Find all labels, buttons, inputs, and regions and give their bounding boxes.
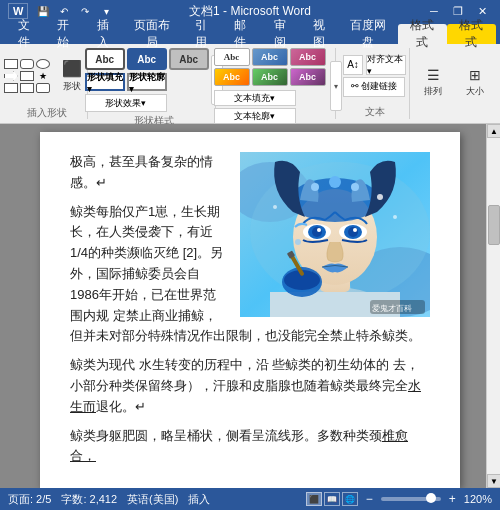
document-page: 爱鬼才百科 极高，甚至具备复杂的情感。↵ 鲸类每胎仅产1崽，生长期长，在人类侵袭…	[40, 132, 460, 488]
shape-grid-icon: ⬛	[62, 59, 82, 78]
zoom-out-btn[interactable]: −	[366, 492, 373, 506]
shape-triangle	[20, 71, 34, 81]
tab-baidu[interactable]: 百度网盘	[339, 24, 398, 44]
text-outline-btn[interactable]: 文本轮廓▾	[214, 108, 296, 124]
shapes-group-label: 插入形状	[27, 106, 67, 120]
arrange-btn[interactable]: ☰ 排列	[414, 58, 452, 108]
shape-effect-btn[interactable]: 形状效果▾	[85, 94, 167, 112]
scroll-down-btn[interactable]: ▼	[487, 474, 500, 488]
text-buttons: A↕ 对齐文本▾ ⚯ 创建链接	[343, 55, 406, 97]
word-count: 字数: 2,412	[61, 492, 117, 507]
language-status: 英语(美国)	[127, 492, 178, 507]
tab-references[interactable]: 引用	[181, 24, 220, 44]
tab-home[interactable]: 开始	[43, 24, 82, 44]
scroll-up-btn[interactable]: ▲	[487, 124, 500, 138]
document-image[interactable]: 爱鬼才百科	[240, 152, 430, 317]
shape-style-row: Abc Abc Abc 形状填充▾ 形状轮廓▾ 形状效果▾ ▾	[85, 48, 223, 112]
ribbon-group-text: A↕ 对齐文本▾ ⚯ 创建链接 文本	[340, 48, 410, 119]
art-style-6[interactable]: Abc	[290, 68, 326, 86]
ribbon-group-shape-styles: Abc Abc Abc 形状填充▾ 形状轮廓▾ 形状效果▾ ▾ 形状样式	[92, 48, 216, 119]
ribbon-tabs: 文件 开始 插入 页面布局 引用 邮件 审阅 视图 百度网盘 格式式 格式式	[0, 22, 500, 44]
tab-format1[interactable]: 格式式	[398, 24, 447, 44]
tab-mailings[interactable]: 邮件	[221, 24, 260, 44]
art-style-5[interactable]: Abc	[252, 68, 288, 86]
ribbon: ★ ⬛ 形状 插入形状 Abc Abc	[0, 44, 500, 124]
tab-file[interactable]: 文件	[4, 24, 43, 44]
art-styles-content: Abc Abc Abc Abc Abc Abc 文本填充▾ 文本轮廓▾ ▾	[214, 48, 342, 124]
svg-point-18	[348, 227, 358, 237]
status-right: ⬛ 📖 🌐 − + 120%	[306, 492, 492, 506]
align-text-btn[interactable]: 对齐文本▾	[366, 55, 406, 75]
zoom-level: 120%	[464, 493, 492, 505]
svg-point-10	[311, 183, 319, 191]
page-status: 页面: 2/5	[8, 492, 51, 507]
size-label: 大小	[466, 85, 484, 98]
art-style-2[interactable]: Abc	[252, 48, 288, 66]
doc-underline-1: 水生而	[70, 378, 421, 414]
svg-text:爱鬼才百科: 爱鬼才百科	[372, 304, 412, 313]
web-view-btn[interactable]: 🌐	[342, 492, 358, 506]
view-buttons: ⬛ 📖 🌐	[306, 492, 358, 506]
tab-page-layout[interactable]: 页面布局	[122, 24, 181, 44]
scroll-bar: ▲ ▼	[486, 124, 500, 488]
tab-insert[interactable]: 插入	[83, 24, 122, 44]
insert-mode: 插入	[188, 492, 210, 507]
shape-outline-btn[interactable]: 形状轮廓▾	[127, 73, 167, 91]
shape-style-outlined[interactable]: Abc	[85, 48, 125, 70]
svg-point-25	[377, 194, 383, 200]
doc-underline-2: 椎愈合，	[70, 428, 408, 464]
art-style-3[interactable]: Abc	[290, 48, 326, 66]
doc-para-4: 鲸类身躯肥圆，略呈桶状，侧看呈流线形。多数种类颈椎愈合，	[70, 426, 430, 468]
art-style-row1: Abc Abc Abc	[214, 48, 326, 66]
svg-point-11	[351, 183, 359, 191]
create-link-btn[interactable]: ⚯ 创建链接	[343, 77, 405, 97]
shape-callout	[36, 83, 50, 93]
document-text: 爱鬼才百科 极高，甚至具备复杂的情感。↵ 鲸类每胎仅产1崽，生长期长，在人类侵袭…	[70, 152, 430, 467]
doc-text-space2	[135, 357, 139, 372]
doc-text-2a: 鲸类每胎仅产1崽，生长期长，在人类侵袭下，有近1/4的种类濒临灭绝 [2]。另外…	[70, 204, 223, 323]
zoom-thumb	[426, 493, 436, 503]
shape-styles-content: Abc Abc Abc 形状填充▾ 形状轮廓▾ 形状效果▾ ▾	[85, 48, 223, 112]
svg-point-27	[273, 205, 277, 209]
ribbon-group-shapes: ★ ⬛ 形状 插入形状	[6, 48, 88, 119]
window-title: 文档1 - Microsoft Word	[189, 3, 311, 20]
size-btn[interactable]: ⊞ 大小	[456, 58, 494, 108]
svg-point-20	[295, 239, 301, 245]
shape-style-medium[interactable]: Abc	[169, 48, 209, 70]
art-style-4[interactable]: Abc	[214, 68, 250, 86]
svg-point-14	[312, 227, 322, 237]
shape-btn-label: 形状	[63, 80, 81, 93]
shapes-content: ★ ⬛ 形状	[4, 48, 90, 104]
tab-review[interactable]: 审阅	[260, 24, 299, 44]
tab-view[interactable]: 视图	[299, 24, 338, 44]
art-style-row2: Abc Abc Abc	[214, 68, 326, 86]
doc-text-space3	[269, 357, 273, 372]
zoom-in-btn[interactable]: +	[449, 492, 456, 506]
svg-point-26	[393, 215, 397, 219]
image-placeholder: 爱鬼才百科	[240, 152, 430, 317]
text-direction-btn[interactable]: A↕	[343, 55, 363, 75]
svg-point-15	[317, 228, 321, 232]
scroll-track	[487, 138, 500, 474]
text-group-label: 文本	[365, 105, 385, 119]
zoom-slider[interactable]	[381, 497, 441, 501]
shape-line1	[4, 83, 18, 93]
arrange-icon: ☰	[427, 67, 440, 83]
text-content: A↕ 对齐文本▾ ⚯ 创建链接	[343, 48, 406, 103]
save-quick-btn[interactable]: 💾	[34, 2, 52, 20]
scroll-thumb[interactable]	[488, 205, 500, 245]
document-area: 爱鬼才百科 极高，甚至具备复杂的情感。↵ 鲸类每胎仅产1崽，生长期长，在人类侵袭…	[0, 124, 500, 488]
page-view-btn[interactable]: ⬛	[306, 492, 322, 506]
shape-style-dark[interactable]: Abc	[127, 48, 167, 70]
shape-oval	[36, 59, 50, 69]
tab-format2[interactable]: 格式式	[447, 24, 496, 44]
doc-para-3: 鲸类为现代 水生转变的历程中，沿 些鲸类的初生幼体的 去，小部分种类保留终身），…	[70, 355, 430, 417]
shape-fill-btn[interactable]: 形状填充▾	[85, 73, 125, 91]
redo-quick-btn[interactable]: ↷	[76, 2, 94, 20]
arrange-label: 排列	[424, 85, 442, 98]
reading-view-btn[interactable]: 📖	[324, 492, 340, 506]
text-fill-btn[interactable]: 文本填充▾	[214, 90, 296, 106]
shape-rect	[4, 59, 18, 69]
art-style-1[interactable]: Abc	[214, 48, 250, 66]
art-style-grid: Abc Abc Abc Abc Abc Abc 文本填充▾ 文本轮廓▾	[214, 48, 326, 124]
